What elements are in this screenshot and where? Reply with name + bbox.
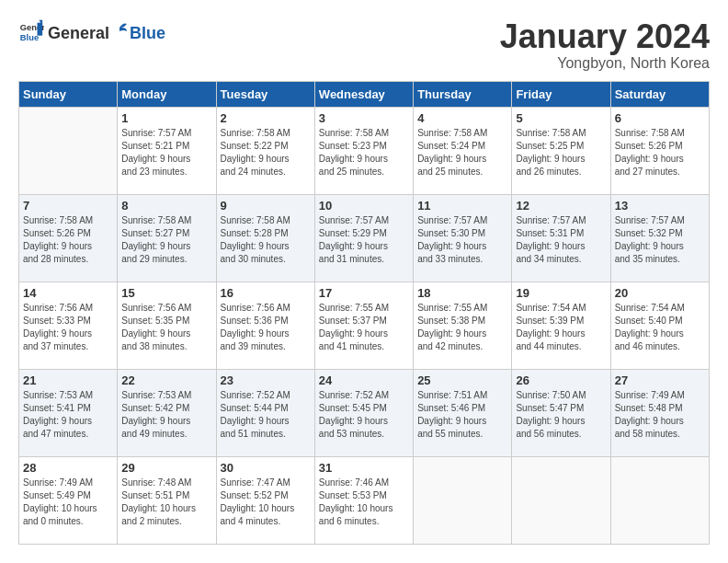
- logo-blue: Blue: [130, 24, 165, 43]
- calendar-cell: [19, 107, 118, 194]
- calendar-cell: 29Sunrise: 7:48 AM Sunset: 5:51 PM Dayli…: [118, 456, 216, 544]
- day-info: Sunrise: 7:57 AM Sunset: 5:31 PM Dayligh…: [516, 214, 606, 266]
- day-info: Sunrise: 7:52 AM Sunset: 5:45 PM Dayligh…: [319, 389, 409, 441]
- day-info: Sunrise: 7:58 AM Sunset: 5:27 PM Dayligh…: [121, 214, 211, 266]
- day-number: 2: [221, 111, 311, 125]
- calendar-cell: 26Sunrise: 7:50 AM Sunset: 5:47 PM Dayli…: [512, 369, 610, 456]
- calendar-cell: 28Sunrise: 7:49 AM Sunset: 5:49 PM Dayli…: [19, 456, 118, 544]
- svg-marker-2: [38, 23, 43, 36]
- day-number: 18: [417, 286, 507, 300]
- day-number: 28: [23, 461, 113, 475]
- calendar-cell: 2Sunrise: 7:58 AM Sunset: 5:22 PM Daylig…: [216, 107, 314, 194]
- day-header-thursday: Thursday: [414, 81, 512, 107]
- calendar-cell: 15Sunrise: 7:56 AM Sunset: 5:35 PM Dayli…: [118, 282, 216, 369]
- month-title: January 2024: [500, 18, 710, 55]
- day-number: 1: [121, 111, 211, 125]
- calendar-cell: 17Sunrise: 7:55 AM Sunset: 5:37 PM Dayli…: [314, 282, 413, 369]
- day-number: 7: [23, 199, 113, 213]
- day-info: Sunrise: 7:58 AM Sunset: 5:23 PM Dayligh…: [319, 127, 409, 178]
- calendar-cell: 18Sunrise: 7:55 AM Sunset: 5:38 PM Dayli…: [414, 282, 512, 369]
- calendar-week-row: 28Sunrise: 7:49 AM Sunset: 5:49 PM Dayli…: [19, 456, 710, 544]
- day-info: Sunrise: 7:58 AM Sunset: 5:26 PM Dayligh…: [23, 214, 113, 266]
- calendar-cell: 4Sunrise: 7:58 AM Sunset: 5:24 PM Daylig…: [414, 107, 512, 194]
- day-info: Sunrise: 7:57 AM Sunset: 5:32 PM Dayligh…: [615, 214, 705, 266]
- location-title: Yongbyon, North Korea: [500, 55, 710, 72]
- day-number: 12: [516, 199, 606, 213]
- day-number: 5: [516, 111, 606, 125]
- day-info: Sunrise: 7:56 AM Sunset: 5:36 PM Dayligh…: [221, 302, 311, 353]
- day-number: 23: [221, 373, 311, 387]
- calendar-week-row: 21Sunrise: 7:53 AM Sunset: 5:41 PM Dayli…: [19, 369, 710, 456]
- day-header-sunday: Sunday: [19, 81, 118, 107]
- logo-bird-icon: [110, 20, 129, 39]
- day-number: 25: [417, 373, 507, 387]
- day-number: 30: [221, 461, 311, 475]
- day-info: Sunrise: 7:53 AM Sunset: 5:42 PM Dayligh…: [121, 389, 211, 441]
- calendar-cell: 30Sunrise: 7:47 AM Sunset: 5:52 PM Dayli…: [216, 456, 314, 544]
- day-info: Sunrise: 7:48 AM Sunset: 5:51 PM Dayligh…: [121, 477, 211, 528]
- day-number: 13: [615, 199, 705, 213]
- day-number: 22: [121, 373, 211, 387]
- day-number: 31: [319, 461, 409, 475]
- calendar-cell: 5Sunrise: 7:58 AM Sunset: 5:25 PM Daylig…: [512, 107, 610, 194]
- day-info: Sunrise: 7:58 AM Sunset: 5:22 PM Dayligh…: [221, 127, 311, 178]
- day-number: 3: [319, 111, 409, 125]
- calendar-cell: 8Sunrise: 7:58 AM Sunset: 5:27 PM Daylig…: [118, 194, 216, 282]
- day-info: Sunrise: 7:56 AM Sunset: 5:33 PM Dayligh…: [23, 302, 113, 353]
- day-info: Sunrise: 7:46 AM Sunset: 5:53 PM Dayligh…: [319, 477, 409, 528]
- day-header-tuesday: Tuesday: [216, 81, 314, 107]
- calendar-cell: 24Sunrise: 7:52 AM Sunset: 5:45 PM Dayli…: [314, 369, 413, 456]
- title-block: January 2024 Yongbyon, North Korea: [500, 18, 710, 72]
- calendar-header-row: SundayMondayTuesdayWednesdayThursdayFrid…: [19, 81, 710, 107]
- day-header-friday: Friday: [512, 81, 610, 107]
- calendar-cell: 22Sunrise: 7:53 AM Sunset: 5:42 PM Dayli…: [118, 369, 216, 456]
- day-info: Sunrise: 7:50 AM Sunset: 5:47 PM Dayligh…: [516, 389, 606, 441]
- calendar-cell: 14Sunrise: 7:56 AM Sunset: 5:33 PM Dayli…: [19, 282, 118, 369]
- calendar-cell: 11Sunrise: 7:57 AM Sunset: 5:30 PM Dayli…: [414, 194, 512, 282]
- calendar-cell: 7Sunrise: 7:58 AM Sunset: 5:26 PM Daylig…: [19, 194, 118, 282]
- day-number: 11: [417, 199, 507, 213]
- day-number: 19: [516, 286, 606, 300]
- calendar-cell: 31Sunrise: 7:46 AM Sunset: 5:53 PM Dayli…: [314, 456, 413, 544]
- day-number: 10: [319, 199, 409, 213]
- calendar-cell: 9Sunrise: 7:58 AM Sunset: 5:28 PM Daylig…: [216, 194, 314, 282]
- day-info: Sunrise: 7:52 AM Sunset: 5:44 PM Dayligh…: [221, 389, 311, 441]
- calendar-cell: 23Sunrise: 7:52 AM Sunset: 5:44 PM Dayli…: [216, 369, 314, 456]
- day-number: 9: [221, 199, 311, 213]
- day-info: Sunrise: 7:55 AM Sunset: 5:37 PM Dayligh…: [319, 302, 409, 353]
- calendar-cell: [512, 456, 610, 544]
- day-header-monday: Monday: [118, 81, 216, 107]
- day-info: Sunrise: 7:58 AM Sunset: 5:25 PM Dayligh…: [516, 127, 606, 178]
- day-number: 21: [23, 373, 113, 387]
- day-number: 26: [516, 373, 606, 387]
- calendar-cell: 1Sunrise: 7:57 AM Sunset: 5:21 PM Daylig…: [118, 107, 216, 194]
- day-info: Sunrise: 7:47 AM Sunset: 5:52 PM Dayligh…: [221, 477, 311, 528]
- page-header: General Blue General Blue January 2024 Y…: [18, 18, 710, 72]
- calendar-cell: 10Sunrise: 7:57 AM Sunset: 5:29 PM Dayli…: [314, 194, 413, 282]
- day-info: Sunrise: 7:58 AM Sunset: 5:24 PM Dayligh…: [417, 127, 507, 178]
- day-number: 16: [221, 286, 311, 300]
- calendar-cell: 20Sunrise: 7:54 AM Sunset: 5:40 PM Dayli…: [610, 282, 709, 369]
- day-info: Sunrise: 7:49 AM Sunset: 5:48 PM Dayligh…: [615, 389, 705, 441]
- day-info: Sunrise: 7:54 AM Sunset: 5:40 PM Dayligh…: [615, 302, 705, 353]
- day-info: Sunrise: 7:57 AM Sunset: 5:21 PM Dayligh…: [121, 127, 211, 178]
- day-info: Sunrise: 7:49 AM Sunset: 5:49 PM Dayligh…: [23, 477, 113, 528]
- day-number: 4: [417, 111, 507, 125]
- day-info: Sunrise: 7:58 AM Sunset: 5:26 PM Dayligh…: [615, 127, 705, 178]
- calendar-cell: 12Sunrise: 7:57 AM Sunset: 5:31 PM Dayli…: [512, 194, 610, 282]
- day-info: Sunrise: 7:55 AM Sunset: 5:38 PM Dayligh…: [417, 302, 507, 353]
- day-number: 24: [319, 373, 409, 387]
- calendar-week-row: 7Sunrise: 7:58 AM Sunset: 5:26 PM Daylig…: [19, 194, 710, 282]
- day-info: Sunrise: 7:57 AM Sunset: 5:30 PM Dayligh…: [417, 214, 507, 266]
- day-number: 8: [121, 199, 211, 213]
- calendar-cell: 27Sunrise: 7:49 AM Sunset: 5:48 PM Dayli…: [610, 369, 709, 456]
- logo-general: General: [48, 24, 109, 43]
- day-header-saturday: Saturday: [610, 81, 709, 107]
- day-number: 15: [121, 286, 211, 300]
- logo-icon: General Blue: [18, 18, 44, 44]
- day-info: Sunrise: 7:58 AM Sunset: 5:28 PM Dayligh…: [221, 214, 311, 266]
- day-number: 20: [615, 286, 705, 300]
- calendar-week-row: 1Sunrise: 7:57 AM Sunset: 5:21 PM Daylig…: [19, 107, 710, 194]
- calendar-cell: 13Sunrise: 7:57 AM Sunset: 5:32 PM Dayli…: [610, 194, 709, 282]
- day-info: Sunrise: 7:51 AM Sunset: 5:46 PM Dayligh…: [417, 389, 507, 441]
